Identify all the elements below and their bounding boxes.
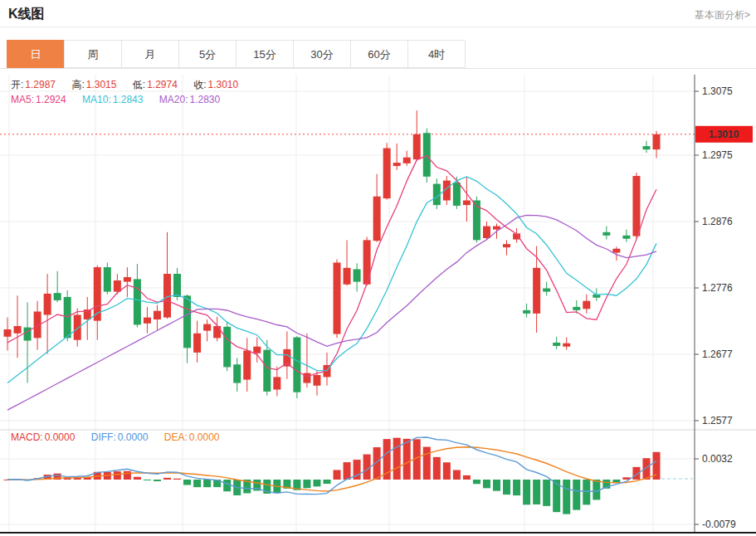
- candle-body: [163, 274, 171, 318]
- candle-body: [263, 350, 271, 392]
- candle-body: [423, 133, 431, 177]
- candle-body: [363, 240, 371, 284]
- candle-body: [213, 326, 221, 338]
- candle-body: [483, 227, 490, 238]
- candle-body: [413, 134, 421, 159]
- svg-text:1.3010: 1.3010: [709, 129, 739, 140]
- candle-body: [463, 201, 471, 206]
- price-axis: 1.30751.29751.28761.27761.26771.25770.00…: [695, 75, 736, 533]
- tab-周[interactable]: 周: [64, 40, 122, 68]
- svg-text:1.2577: 1.2577: [702, 415, 733, 426]
- candle-body: [583, 301, 590, 309]
- candle-body: [243, 350, 251, 379]
- candle-body: [602, 232, 610, 236]
- candle-body: [503, 244, 510, 247]
- candle-body: [553, 343, 560, 346]
- candle-body: [273, 377, 280, 389]
- candle-body: [523, 310, 530, 314]
- candle-body: [203, 324, 211, 331]
- candle-body: [14, 326, 22, 334]
- candle-body: [74, 314, 81, 339]
- candle-body: [632, 176, 640, 236]
- candle-body: [543, 289, 550, 292]
- candle-body: [134, 279, 141, 324]
- candle-body: [233, 364, 241, 383]
- fundamental-analysis-link[interactable]: 基本面分析>: [695, 8, 750, 22]
- tab-15分[interactable]: 15分: [236, 40, 294, 68]
- candle-body: [64, 297, 71, 338]
- candle-body: [334, 262, 341, 334]
- candle-body: [223, 327, 231, 368]
- ma20-line: [7, 215, 656, 410]
- svg-text:1.2876: 1.2876: [702, 216, 733, 227]
- tab-日[interactable]: 日: [7, 40, 65, 68]
- svg-text:1.3075: 1.3075: [702, 85, 733, 97]
- candle-body: [293, 338, 300, 392]
- candle-body: [383, 149, 391, 199]
- svg-text:-0.0079: -0.0079: [702, 519, 736, 530]
- candle-body: [354, 269, 361, 281]
- candle-body: [453, 183, 461, 206]
- candle-body: [114, 280, 121, 292]
- candle-body: [144, 318, 151, 324]
- tab-5分[interactable]: 5分: [178, 40, 237, 68]
- candle-body: [283, 349, 290, 367]
- diff-line: [7, 437, 656, 495]
- tab-4时[interactable]: 4时: [407, 40, 466, 68]
- svg-text:1.2975: 1.2975: [702, 149, 733, 161]
- tab-60分[interactable]: 60分: [350, 40, 408, 68]
- svg-text:1.2677: 1.2677: [702, 348, 733, 360]
- kline-chart-area: 开:1.2987 高:1.3015 低:1.2974 收:1.3010 MA5:…: [0, 73, 756, 536]
- candle-body: [303, 373, 310, 383]
- tab-月[interactable]: 月: [121, 40, 179, 68]
- candle-body: [44, 294, 51, 315]
- interval-tabbar: 日周月5分15分30分60分4时: [0, 40, 756, 69]
- candle-body: [124, 277, 131, 282]
- candle-body: [642, 146, 650, 149]
- svg-text:0.0032: 0.0032: [702, 453, 733, 465]
- header: K线图 基本面分析>: [0, 0, 756, 27]
- page-title: K线图: [0, 0, 45, 23]
- candle-body: [54, 293, 61, 300]
- candle-body: [653, 134, 661, 149]
- candles-group: [4, 110, 661, 398]
- candle-body: [612, 249, 620, 253]
- candle-body: [403, 158, 411, 163]
- tab-30分[interactable]: 30分: [293, 40, 351, 68]
- candle-body: [393, 163, 401, 166]
- candle-body: [4, 329, 12, 337]
- candle-body: [193, 334, 201, 353]
- candle-body: [173, 274, 181, 297]
- candle-body: [154, 311, 161, 319]
- svg-text:1.2776: 1.2776: [702, 282, 733, 294]
- candle-body: [622, 236, 630, 239]
- candle-body: [253, 347, 261, 353]
- candle-body: [533, 268, 540, 314]
- current-price-label: 1.3010: [695, 126, 753, 143]
- candle-body: [563, 344, 570, 347]
- candle-body: [104, 267, 111, 291]
- candlestick-chart-canvas[interactable]: 1.30751.29751.28761.27761.26771.25770.00…: [0, 73, 756, 536]
- candle-body: [183, 295, 191, 348]
- candle-body: [344, 268, 351, 285]
- candle-body: [573, 307, 580, 310]
- candle-body: [313, 375, 320, 386]
- candle-body: [373, 197, 381, 241]
